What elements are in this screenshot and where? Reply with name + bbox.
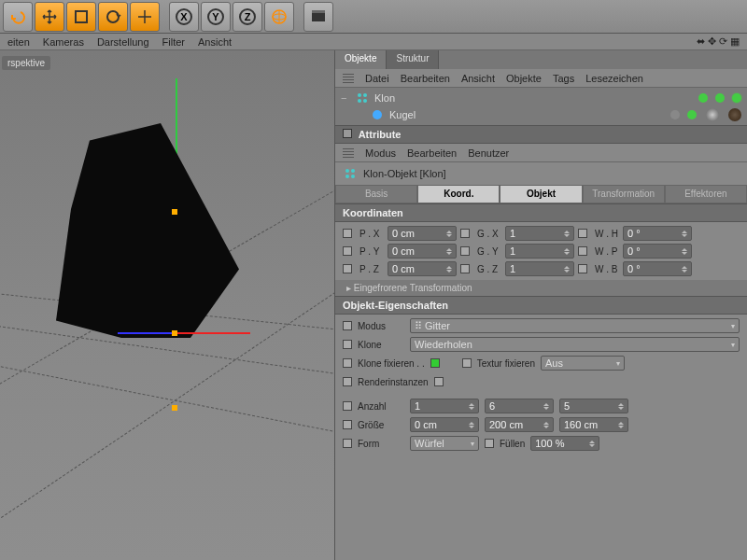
move2-button[interactable] bbox=[130, 2, 160, 32]
checkbox[interactable] bbox=[578, 264, 587, 273]
size-z-field[interactable]: 160 cm bbox=[559, 417, 628, 432]
tab-basis[interactable]: Basis bbox=[335, 185, 417, 203]
checkbox[interactable] bbox=[462, 358, 472, 368]
tab-koord[interactable]: Koord. bbox=[417, 185, 500, 203]
svg-text:Y: Y bbox=[212, 11, 219, 22]
attribute-header: Attribute bbox=[335, 125, 747, 144]
panel-tabs: Objekte Struktur bbox=[335, 50, 747, 69]
render-button[interactable] bbox=[303, 2, 333, 32]
z-axis-button[interactable]: Z bbox=[233, 2, 262, 32]
size-x-field[interactable]: 0 cm bbox=[410, 417, 479, 432]
viewport-menubar: eiten Kameras Darstellung Filter Ansicht… bbox=[0, 34, 747, 50]
menu-item[interactable]: Modus bbox=[365, 147, 396, 159]
menu-item[interactable]: Darstellung bbox=[97, 36, 149, 48]
select-button[interactable] bbox=[66, 2, 96, 32]
tab-objekt[interactable]: Objekt bbox=[500, 185, 582, 203]
checkbox[interactable] bbox=[343, 377, 352, 386]
axis-handle[interactable] bbox=[172, 209, 177, 215]
checkbox[interactable] bbox=[578, 229, 587, 238]
anzahl-y-field[interactable]: 6 bbox=[485, 399, 554, 413]
checkbox[interactable] bbox=[343, 264, 352, 273]
svg-point-19 bbox=[345, 175, 349, 178]
checkbox[interactable] bbox=[343, 340, 352, 349]
y-axis-button[interactable]: Y bbox=[201, 2, 231, 32]
svg-text:Z: Z bbox=[245, 11, 251, 22]
px-field[interactable]: 0 cm bbox=[388, 226, 457, 241]
object-tree: − Klon Kugel bbox=[335, 88, 747, 125]
svg-point-1 bbox=[107, 11, 119, 22]
frozen-transform-toggle[interactable]: Eingefrorene Transformation bbox=[335, 280, 747, 296]
checkbox[interactable] bbox=[485, 439, 494, 448]
menu-item[interactable]: Bearbeiten bbox=[401, 73, 450, 84]
viewport-label: rspektive bbox=[2, 56, 50, 70]
menu-item[interactable]: Benutzer bbox=[468, 147, 509, 159]
checkbox[interactable] bbox=[343, 420, 352, 429]
menu-item[interactable]: Datei bbox=[365, 73, 389, 84]
tab-structure[interactable]: Struktur bbox=[387, 50, 439, 69]
tab-effektoren[interactable]: Effektoren bbox=[665, 185, 747, 203]
checkbox[interactable] bbox=[343, 401, 352, 411]
globe-button[interactable] bbox=[264, 2, 294, 32]
checkbox[interactable] bbox=[343, 439, 352, 448]
modus-dropdown[interactable]: ⠿ Gitter bbox=[410, 318, 740, 333]
render-instances-checkbox[interactable] bbox=[434, 377, 444, 386]
py-field[interactable]: 0 cm bbox=[388, 244, 457, 259]
tab-objects[interactable]: Objekte bbox=[335, 50, 387, 69]
checkbox[interactable] bbox=[460, 246, 470, 256]
grip-icon[interactable] bbox=[343, 148, 354, 158]
checkbox[interactable] bbox=[343, 246, 352, 256]
tab-transformation[interactable]: Transformation bbox=[583, 185, 665, 203]
gy-field[interactable]: 1 bbox=[505, 244, 574, 259]
pz-field[interactable]: 0 cm bbox=[388, 261, 457, 276]
checkbox[interactable] bbox=[460, 264, 470, 273]
axis-handle[interactable] bbox=[172, 405, 177, 411]
gz-field[interactable]: 1 bbox=[505, 261, 574, 276]
checkbox[interactable] bbox=[343, 321, 352, 330]
checkbox[interactable] bbox=[343, 358, 352, 368]
x-axis-button[interactable]: X bbox=[169, 2, 199, 32]
menu-item[interactable]: Ansicht bbox=[461, 73, 495, 84]
size-y-field[interactable]: 200 cm bbox=[485, 417, 554, 432]
tag-icon[interactable] bbox=[706, 108, 719, 121]
checkbox[interactable] bbox=[578, 246, 587, 256]
checkbox[interactable] bbox=[343, 229, 352, 238]
gx-field[interactable]: 1 bbox=[505, 226, 574, 241]
menu-item[interactable]: Filter bbox=[162, 36, 185, 48]
origin-handle[interactable] bbox=[172, 330, 177, 336]
tree-item-klon[interactable]: − Klon bbox=[335, 90, 747, 106]
klone-dropdown[interactable]: Wiederholen bbox=[410, 337, 740, 352]
3d-viewport[interactable]: rspektive bbox=[0, 50, 334, 560]
menu-item[interactable]: Ansicht bbox=[198, 36, 232, 48]
menu-item[interactable]: Kameras bbox=[43, 36, 84, 48]
objprops-header: Objekt-Eigenschaften bbox=[335, 296, 747, 315]
cloner-icon bbox=[343, 166, 358, 181]
wp-field[interactable]: 0 ° bbox=[623, 244, 692, 259]
main-toolbar: X Y Z bbox=[0, 0, 747, 34]
anzahl-z-field[interactable]: 5 bbox=[559, 399, 628, 413]
move-button[interactable] bbox=[35, 2, 64, 32]
attribute-tabs: Basis Koord. Objekt Transformation Effek… bbox=[335, 185, 747, 203]
menu-item[interactable]: Tags bbox=[553, 73, 574, 84]
anzahl-x-field[interactable]: 1 bbox=[410, 399, 479, 413]
svg-point-15 bbox=[363, 99, 367, 103]
undo-button[interactable] bbox=[3, 2, 33, 32]
texfix-dropdown[interactable]: Aus bbox=[541, 356, 625, 371]
grip-icon[interactable] bbox=[343, 74, 354, 83]
klone-fix-checkbox[interactable] bbox=[430, 358, 440, 368]
menu-item[interactable]: Lesezeichen bbox=[585, 73, 643, 84]
rotate-button[interactable] bbox=[98, 2, 128, 32]
tag-icon[interactable] bbox=[728, 108, 741, 121]
z-axis-gizmo[interactable] bbox=[118, 332, 177, 334]
menu-item[interactable]: Bearbeiten bbox=[407, 147, 457, 159]
tree-item-kugel[interactable]: Kugel bbox=[335, 106, 747, 123]
form-dropdown[interactable]: Würfel bbox=[410, 436, 479, 451]
mesh-object[interactable] bbox=[56, 123, 243, 338]
menu-item[interactable]: eiten bbox=[7, 36, 30, 48]
checkbox[interactable] bbox=[460, 229, 470, 238]
x-axis-gizmo[interactable] bbox=[176, 332, 250, 334]
wb-field[interactable]: 0 ° bbox=[623, 261, 692, 276]
cloner-icon bbox=[356, 91, 369, 105]
wh-field[interactable]: 0 ° bbox=[623, 226, 692, 241]
fill-field[interactable]: 100 % bbox=[530, 436, 599, 451]
menu-item[interactable]: Objekte bbox=[506, 73, 542, 84]
